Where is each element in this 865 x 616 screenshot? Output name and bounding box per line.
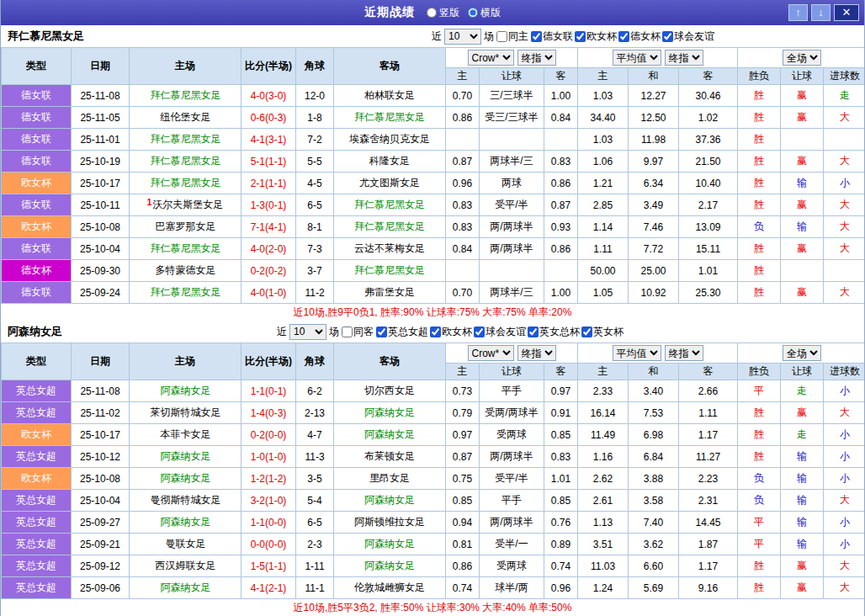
league-filter[interactable]: 欧女杯 — [575, 29, 617, 44]
corner-score: 1-8 — [296, 107, 334, 129]
company-select[interactable]: Crow* — [468, 345, 514, 361]
col-corner: 角球 — [296, 48, 334, 85]
league-badge: 英总女超 — [2, 512, 72, 534]
league-filter[interactable]: 英女总杯 — [528, 325, 580, 339]
match-date: 25-09-06 — [72, 577, 130, 599]
scroll-up-button[interactable]: ↑ — [788, 4, 808, 21]
home-team-cell: 拜仁慕尼黑女足 — [130, 129, 241, 151]
col-date: 日期 — [72, 48, 130, 85]
handicap-line: 平手 — [480, 490, 544, 512]
away-team-cell: 拜仁慕尼黑女足 — [334, 107, 446, 129]
handicap-line: 受平/半 — [480, 194, 544, 216]
handicap-line: 受两球 — [480, 424, 544, 446]
league-filter[interactable]: 德女杯 — [618, 29, 661, 44]
company-odds-header: Crow*终指 — [446, 48, 578, 68]
rank-badge: 1 — [147, 198, 152, 207]
company-odds-type-select[interactable]: 终指 — [517, 50, 556, 66]
avg-home: 1.05 — [578, 282, 629, 304]
same-venue-filter[interactable]: 同主 — [496, 29, 528, 44]
match-result: 胜 — [738, 194, 781, 216]
home-team: 拜仁慕尼黑女足 — [151, 177, 221, 189]
league-filter-checkbox[interactable] — [662, 31, 673, 42]
league-filter[interactable]: 德女联 — [531, 29, 573, 44]
recent-count-select[interactable]: 10 — [289, 324, 326, 340]
handicap-result: 赢 — [781, 402, 824, 424]
handicap-line: 受半/一 — [480, 534, 544, 555]
avg-away: 25.30 — [679, 282, 738, 304]
page-title: 近期战绩 — [364, 5, 415, 20]
away-team: 里昂女足 — [369, 472, 410, 484]
avg-home: 1.24 — [578, 577, 629, 599]
avg-home: 1.03 — [578, 129, 629, 151]
company-select[interactable]: Crow* — [468, 50, 514, 66]
league-filter[interactable]: 欧女杯 — [430, 325, 472, 339]
average-odds-type-select[interactable]: 终指 — [665, 50, 703, 66]
league-filter-checkbox[interactable] — [376, 327, 387, 337]
league-filter-checkbox[interactable] — [430, 327, 441, 337]
layout-radio-option[interactable]: 横版 — [468, 6, 501, 20]
recent-results-window: 近期战绩 竖版横版 ↑ ↓ ✕ 拜仁慕尼黑女足 近 10 场 同主 德女联欧女杯… — [0, 0, 865, 616]
layout-radio-option[interactable]: 竖版 — [427, 6, 459, 20]
score: 1-2(1-2) — [241, 468, 296, 490]
home-team-cell: 阿森纳女足 — [130, 577, 241, 599]
layout-radio[interactable] — [427, 8, 437, 18]
avg-draw: 12.50 — [629, 107, 679, 129]
same-venue-checkbox[interactable] — [342, 327, 353, 337]
league-filter-checkbox[interactable] — [531, 31, 542, 42]
goals-result: 大 — [824, 282, 865, 304]
odds-away: 0.76 — [544, 512, 578, 534]
odds-home: 0.79 — [446, 402, 480, 424]
col-home: 主场 — [130, 343, 241, 380]
avg-home: 2.33 — [578, 380, 629, 402]
league-filter-label: 英总女超 — [388, 325, 428, 339]
avg-draw: 6.34 — [629, 173, 679, 194]
league-filter[interactable]: 球会友谊 — [474, 325, 526, 339]
odds-home: 0.75 — [446, 468, 480, 490]
home-team: 沃尔夫斯堡女足 — [152, 199, 223, 210]
goals-result: 小 — [824, 424, 865, 446]
company-odds-type-select[interactable]: 终指 — [517, 345, 556, 361]
league-filter-checkbox[interactable] — [581, 327, 592, 337]
away-team: 科隆女足 — [369, 155, 410, 167]
match-row: 欧女杯 25-10-08 巴塞罗那女足 7-1(4-1) 8-1 拜仁慕尼黑女足… — [2, 216, 865, 238]
home-team: 西汉姆联女足 — [156, 560, 216, 571]
avg-away: 9.16 — [679, 577, 738, 599]
scope-select[interactable]: 全场 — [783, 50, 821, 66]
avg-away: 2.31 — [679, 490, 738, 512]
close-button[interactable]: ✕ — [834, 4, 859, 21]
same-venue-filter[interactable]: 同客 — [342, 325, 374, 339]
league-filter[interactable]: 英女杯 — [581, 325, 624, 339]
recent-count-select[interactable]: 10 — [444, 29, 481, 45]
home-team: 纽伦堡女足 — [161, 111, 211, 123]
league-filter[interactable]: 球会友谊 — [662, 29, 714, 44]
average-select[interactable]: 平均值 — [613, 50, 661, 66]
home-team: 阿森纳女足 — [161, 450, 211, 462]
odds-away: 0.91 — [544, 402, 578, 424]
home-team: 拜仁慕尼黑女足 — [151, 89, 221, 101]
league-filter-checkbox[interactable] — [618, 31, 629, 42]
odds-home: 0.84 — [446, 238, 480, 260]
scroll-down-button[interactable]: ↓ — [811, 4, 831, 21]
league-filter[interactable]: 英总女超 — [376, 325, 428, 339]
score: 0-2(0-0) — [241, 424, 296, 446]
league-filter-checkbox[interactable] — [528, 327, 539, 337]
layout-radio[interactable] — [468, 8, 478, 18]
avg-away: 1.17 — [679, 555, 738, 577]
away-team: 伦敦城雌狮女足 — [354, 581, 425, 593]
corner-score: 2-13 — [296, 402, 334, 424]
match-row: 英总女超 25-09-21 曼联女足 0-0(0-0) 2-3 阿森纳女足 0.… — [2, 534, 865, 555]
average-select[interactable]: 平均值 — [613, 345, 661, 361]
home-team: 多特蒙德女足 — [156, 264, 216, 276]
same-venue-checkbox[interactable] — [496, 31, 507, 42]
league-filter-checkbox[interactable] — [575, 31, 586, 42]
avg-draw: 9.97 — [629, 151, 679, 173]
average-odds-type-select[interactable]: 终指 — [665, 345, 703, 361]
scope-select[interactable]: 全场 — [783, 345, 821, 361]
avg-home: 1.06 — [578, 151, 629, 173]
match-row: 德女联 25-10-04 拜仁慕尼黑女足 4-0(2-0) 7-3 云达不莱梅女… — [2, 238, 865, 260]
away-team: 拜仁慕尼黑女足 — [354, 199, 425, 210]
league-filter-checkbox[interactable] — [474, 327, 485, 337]
corner-score: 4-7 — [296, 424, 334, 446]
league-badge: 英总女超 — [2, 490, 72, 512]
avg-draw: 6.84 — [629, 446, 679, 468]
